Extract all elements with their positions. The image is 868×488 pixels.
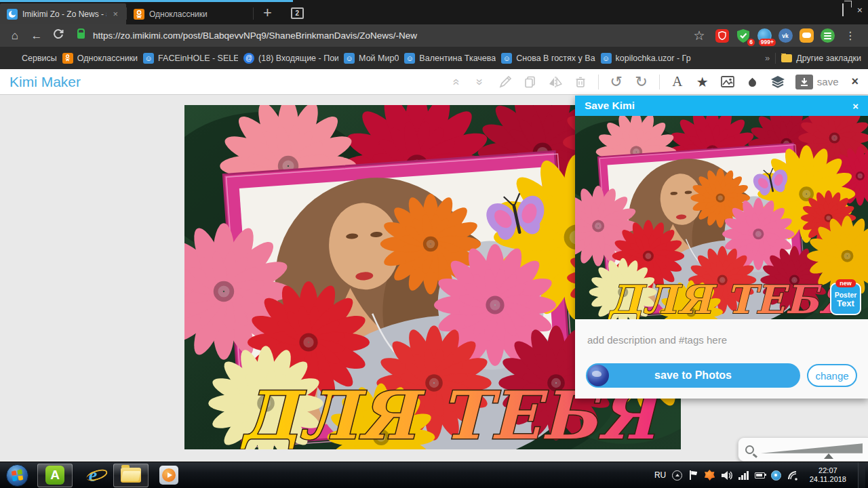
tray-utility-icon[interactable] — [787, 470, 798, 481]
media-player-icon — [159, 466, 178, 485]
text-tool-icon[interactable]: A — [670, 75, 685, 89]
bookmark-ok[interactable]: Одноклассники — [62, 53, 138, 64]
back-button[interactable]: ← — [27, 29, 46, 43]
bookmark-snova[interactable]: ☺ Снова В гостях у Ва — [501, 53, 595, 64]
save-panel-close-button[interactable]: × — [852, 100, 859, 112]
start-button[interactable] — [5, 464, 29, 487]
edit-pencil-icon[interactable] — [498, 75, 513, 89]
restore-icon — [842, 3, 844, 16]
language-indicator[interactable]: RU — [654, 470, 666, 480]
flip-icon[interactable] — [548, 75, 563, 89]
extension-chat-button[interactable] — [799, 28, 814, 43]
folder-icon — [781, 54, 792, 62]
download-icon — [795, 75, 813, 89]
extension-notifications-button[interactable]: 999+ — [757, 28, 772, 43]
smiley-favicon: ☺ — [143, 53, 154, 64]
imikimi-favicon — [7, 9, 18, 20]
ssl-lock-icon[interactable] — [77, 33, 85, 39]
bookmarks-separator — [775, 53, 776, 64]
list-icon — [821, 28, 835, 43]
kimi-preview-image: new Poster Text — [575, 116, 868, 319]
mail-at-favicon: @ — [243, 53, 254, 64]
apps-grid-icon — [7, 53, 18, 64]
description-input[interactable]: add description and #tags here — [587, 334, 857, 346]
extension-vpn-button[interactable]: 6 — [736, 28, 751, 43]
reload-icon — [53, 29, 64, 40]
smiley-favicon: ☺ — [601, 53, 612, 64]
save-panel-header: Save Kimi × — [575, 96, 868, 116]
reload-button[interactable] — [49, 28, 68, 43]
toolbar-save-button[interactable]: save — [795, 75, 839, 89]
ok-favicon — [134, 9, 144, 20]
extension-menu-button[interactable] — [820, 28, 835, 43]
bookmark-faceinhole[interactable]: ☺ FACEinHOLE - SELEN — [143, 53, 238, 64]
notifications-badge: 999+ — [759, 39, 776, 46]
save-to-photos-button[interactable]: save to Photos — [586, 363, 800, 388]
taskbar-amigo-button[interactable]: A — [37, 464, 73, 487]
show-hidden-icons-button[interactable] — [672, 470, 682, 481]
bookmark-valentina[interactable]: ☺ Валентина Ткачева — [404, 53, 496, 64]
extension-adblock-button[interactable] — [715, 28, 730, 43]
bookmark-mail[interactable]: @ (18) Входящие - Пои — [243, 53, 338, 64]
red-shield-icon — [715, 29, 729, 43]
magnifier-icon — [745, 445, 754, 454]
save-panel-title: Save Kimi — [585, 100, 635, 112]
tab-title: Imikimi Zo - Zo News - # Ne — [22, 9, 106, 19]
poster-text-button[interactable]: new Poster Text — [830, 283, 861, 315]
new-tab-button[interactable]: + — [254, 5, 281, 24]
redo-icon[interactable]: ↻ — [634, 75, 649, 89]
address-bar[interactable]: https://zo.imikimi.com/post/BLabqevvNPq9… — [93, 30, 687, 41]
bookmarks-overflow-button[interactable]: » — [765, 53, 770, 63]
battery-icon[interactable] — [755, 472, 765, 479]
bookmark-services[interactable]: Сервисы — [7, 53, 57, 64]
internet-explorer-icon: e — [89, 464, 97, 486]
home-button[interactable]: ⌂ — [5, 29, 24, 43]
antivirus-tray-icon[interactable] — [704, 470, 715, 481]
taskbar-media-player-button[interactable] — [151, 464, 186, 487]
bookmark-star-button[interactable]: ☆ — [690, 28, 709, 43]
editor-workspace: Save Kimi × new Poster Text add descript… — [0, 95, 868, 462]
tab-imikimi[interactable]: Imikimi Zo - Zo News - # Ne × — [0, 3, 126, 24]
tray-app-icon[interactable] — [771, 470, 781, 481]
show-desktop-button[interactable] — [858, 462, 865, 488]
bring-forward-icon[interactable]: » — [448, 75, 462, 89]
kimi-maker-header: Kimi Maker » » ↺ ↻ A ★ — [0, 69, 868, 95]
date: 24.11.2018 — [810, 475, 846, 484]
network-icon[interactable] — [738, 471, 749, 480]
taskbar-ie-button[interactable]: e — [75, 464, 111, 487]
amigo-icon: A — [45, 466, 64, 485]
zoom-slider-track[interactable] — [761, 441, 863, 458]
change-button[interactable]: change — [807, 364, 857, 387]
other-bookmarks-button[interactable]: Другие закладки — [781, 54, 861, 63]
layers-icon[interactable] — [770, 75, 785, 89]
tab-odnoklassniki[interactable]: Одноклассники — [127, 3, 253, 24]
action-center-flag-icon[interactable] — [688, 470, 698, 480]
duplicate-icon[interactable] — [523, 75, 538, 89]
send-backward-icon[interactable]: » — [473, 75, 488, 89]
bookmark-kopilochka[interactable]: ☺ kopilochka.uzor - Гр — [601, 53, 691, 64]
sticker-tool-icon[interactable]: ★ — [695, 75, 710, 89]
tray-clock[interactable]: 22:07 24.11.2018 — [804, 466, 852, 484]
windows-taskbar: A e RU 22:07 24.11.2018 — [0, 462, 868, 488]
volume-icon[interactable] — [721, 470, 732, 481]
zoom-slider[interactable] — [761, 441, 863, 458]
window-restore-button[interactable] — [842, 4, 844, 16]
extension-vk-button[interactable]: vk — [778, 28, 793, 43]
bookmarks-bar: Сервисы Одноклассники ☺ FACEinHOLE - SEL… — [0, 47, 868, 69]
zoom-slider-handle[interactable] — [824, 453, 833, 459]
bookmark-moymir[interactable]: ☺ Мой Мир0 — [344, 53, 399, 64]
taskbar-explorer-button[interactable] — [113, 464, 149, 487]
delete-trash-icon[interactable] — [573, 75, 588, 89]
undo-icon[interactable]: ↺ — [609, 75, 624, 89]
image-tool-icon[interactable] — [720, 75, 735, 89]
effects-droplet-icon[interactable] — [745, 75, 760, 89]
tab-close-icon[interactable]: × — [111, 9, 119, 19]
window-close-button[interactable]: × — [857, 5, 863, 15]
browser-menu-button[interactable]: ⋮ — [841, 29, 860, 42]
editor-close-button[interactable]: × — [851, 75, 859, 89]
smiley-favicon: ☺ — [501, 53, 512, 64]
zoom-control — [738, 437, 868, 462]
system-tray: RU 22:07 24.11.2018 — [654, 462, 868, 488]
browser-tab-bar: Imikimi Zo - Zo News - # Ne × Одноклассн… — [0, 0, 868, 24]
tab-counter-button[interactable]: 2 — [291, 7, 304, 19]
